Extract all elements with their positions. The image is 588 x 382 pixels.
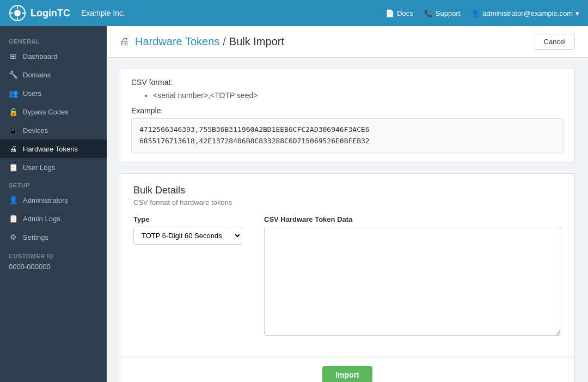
breadcrumb-link[interactable]: Hardware Tokens	[135, 35, 219, 48]
csv-data-label: CSV Hardware Token Data	[264, 215, 561, 223]
csv-format-label: CSV format:	[131, 78, 564, 87]
customer-id-value: 0000-000000	[0, 262, 107, 276]
navbar-links: 📄 Docs 📞 Support 👤 administrator@example…	[385, 9, 579, 17]
user-icon: 👤	[471, 9, 480, 17]
sidebar-item-bypass-codes[interactable]: 🔒 Bypass Codes	[0, 102, 107, 121]
sidebar-item-label: Users	[23, 89, 41, 98]
breadcrumb-current: Bulk Import	[229, 35, 284, 48]
sidebar-item-dashboard[interactable]: ⊞ Dashboard	[0, 47, 107, 65]
sidebar: GENERAL ⊞ Dashboard 🔧 Domains 👥 Users 🔒 …	[0, 26, 107, 382]
csv-format-item: <serial number>,<TOTP seed>	[153, 91, 564, 100]
printer-icon: 🖨	[9, 144, 17, 153]
sidebar-item-label: Dashboard	[23, 52, 58, 60]
import-section: Import	[120, 357, 575, 382]
sidebar-item-domains[interactable]: 🔧 Domains	[0, 65, 107, 84]
sidebar-item-label: Hardware Tokens	[23, 145, 78, 153]
cancel-button[interactable]: Cancel	[535, 34, 575, 50]
device-icon: 📱	[9, 126, 17, 135]
bulk-subtitle: CSV format of hardware tokens	[133, 198, 561, 207]
sidebar-item-administrators[interactable]: 👤 Administrators	[0, 191, 107, 209]
example-label: Example:	[131, 106, 564, 115]
sidebar-item-settings[interactable]: ⚙ Settings	[0, 228, 107, 246]
type-group: Type TOTP 6-Digit 60 Seconds TOTP 6-Digi…	[133, 215, 242, 245]
user-menu-link[interactable]: 👤 administrator@example.com ▾	[471, 9, 579, 17]
form-row: Type TOTP 6-Digit 60 Seconds TOTP 6-Digi…	[133, 215, 561, 346]
sidebar-item-label: Administrators	[23, 196, 68, 204]
hardware-tokens-header-icon: 🖨	[120, 36, 130, 47]
import-button[interactable]: Import	[322, 366, 372, 382]
example-line2: 6855176713618,42E13728406B8C833288C6D715…	[139, 136, 555, 147]
brand: LoginTC	[9, 4, 70, 22]
type-label: Type	[133, 215, 242, 223]
page-header: 🖨 Hardware Tokens / Bulk Import Cancel	[107, 26, 588, 58]
form-right: CSV Hardware Token Data	[264, 215, 561, 346]
main-content: 🖨 Hardware Tokens / Bulk Import Cancel C…	[107, 26, 588, 382]
sidebar-item-label: Devices	[23, 126, 48, 135]
chevron-down-icon: ▾	[575, 9, 579, 17]
sidebar-item-label: Bypass Codes	[23, 108, 69, 116]
page-content: CSV format: <serial number>,<TOTP seed> …	[107, 58, 588, 382]
admin-log-icon: 📋	[9, 214, 17, 223]
general-section-title: GENERAL	[0, 33, 107, 47]
company-name: Example Inc.	[81, 9, 385, 17]
type-select[interactable]: TOTP 6-Digit 60 Seconds TOTP 6-Digit 30 …	[133, 227, 242, 245]
docs-link[interactable]: 📄 Docs	[385, 9, 413, 17]
customer-id-label: CUSTOMER ID	[0, 246, 107, 262]
sidebar-item-label: Settings	[23, 233, 48, 241]
brand-text: LoginTC	[30, 8, 70, 19]
csv-data-textarea[interactable]	[264, 227, 561, 336]
log-icon: 📋	[9, 163, 17, 172]
docs-icon: 📄	[385, 9, 394, 17]
csv-format-section: CSV format: <serial number>,<TOTP seed> …	[120, 69, 575, 162]
phone-icon: 📞	[424, 9, 433, 17]
sidebar-item-label: User Logs	[23, 163, 55, 172]
support-link[interactable]: 📞 Support	[424, 9, 461, 17]
bulk-title: Bulk Details	[133, 185, 561, 196]
example-box: 4712566346393,755B36B311960A2BD1EEB6CFC2…	[131, 118, 564, 153]
admin-icon: 👤	[9, 196, 17, 204]
sidebar-item-devices[interactable]: 📱 Devices	[0, 121, 107, 140]
breadcrumb-separator: /	[223, 35, 226, 48]
navbar: LoginTC Example Inc. 📄 Docs 📞 Support 👤 …	[0, 0, 588, 26]
sidebar-item-user-logs[interactable]: 📋 User Logs	[0, 158, 107, 177]
settings-icon: ⚙	[9, 233, 17, 241]
sidebar-item-admin-logs[interactable]: 📋 Admin Logs	[0, 209, 107, 228]
bulk-details-section: Bulk Details CSV format of hardware toke…	[120, 173, 575, 357]
example-line1: 4712566346393,755B36B311960A2BD1EEB6CFC2…	[139, 124, 555, 136]
sidebar-item-hardware-tokens[interactable]: 🖨 Hardware Tokens	[0, 140, 107, 158]
page-layout: GENERAL ⊞ Dashboard 🔧 Domains 👥 Users 🔒 …	[0, 26, 588, 382]
csv-data-group: CSV Hardware Token Data	[264, 215, 561, 337]
sidebar-item-label: Domains	[23, 71, 51, 79]
sidebar-item-label: Admin Logs	[23, 215, 60, 223]
lock-icon: 🔒	[9, 107, 17, 116]
svg-point-1	[14, 10, 21, 16]
sidebar-item-users[interactable]: 👥 Users	[0, 84, 107, 102]
users-icon: 👥	[9, 89, 17, 98]
home-icon: ⊞	[9, 52, 17, 60]
domains-icon: 🔧	[9, 70, 17, 79]
page-title: 🖨 Hardware Tokens / Bulk Import	[120, 35, 284, 48]
form-left: Type TOTP 6-Digit 60 Seconds TOTP 6-Digi…	[133, 215, 242, 253]
setup-section-title: SETUP	[0, 177, 107, 191]
